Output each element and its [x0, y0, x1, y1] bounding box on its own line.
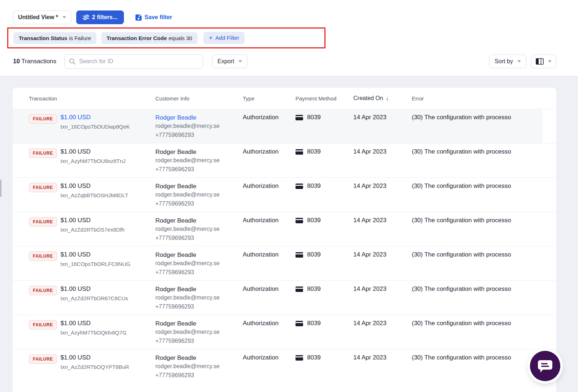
transaction-id: txn_16COpsTbOUDwp8QeK — [61, 124, 130, 130]
customer-cell: Rodger Beadle rodger.beadle@mercy.se +77… — [155, 217, 243, 242]
error-message: (30) The configuration with processo — [412, 148, 556, 155]
transaction-amount-link[interactable]: $1.00 USD — [61, 285, 128, 293]
error-message: (30) The configuration with processo — [412, 114, 556, 121]
customer-name-link[interactable]: Rodger Beadle — [155, 182, 243, 190]
filters-button[interactable]: 2 filters... — [76, 10, 124, 24]
customer-email: rodger.beadle@mercy.se — [155, 156, 243, 165]
table-row[interactable]: FAILURE $1.00 USD txn_AzZd2RTbOS7ex8Dfh … — [13, 212, 556, 246]
save-filter-button[interactable]: Save filter — [135, 14, 172, 21]
table-row[interactable]: FAILURE $1.00 USD txn_AzZd2RTbOR67C8CUs … — [13, 280, 556, 315]
table-row[interactable]: FAILURE $1.00 USD txn_AzyhM7TbOQkfv8Q7G … — [13, 315, 556, 349]
transaction-amount-link[interactable]: $1.00 USD — [61, 148, 126, 155]
chat-widget-button[interactable] — [530, 351, 560, 381]
created-on-value: 14 Apr 2023 — [353, 217, 412, 224]
customer-phone: +77759696293 — [155, 336, 243, 345]
transaction-amount-link[interactable]: $1.00 USD — [61, 354, 129, 361]
add-filter-button[interactable]: + Add Filter — [203, 32, 245, 44]
chevron-down-icon — [517, 60, 521, 63]
filter-chip-error-code[interactable]: Transaction Error Code equals 30 — [101, 32, 198, 44]
created-on-value: 14 Apr 2023 — [353, 354, 412, 361]
customer-cell: Rodger Beadle rodger.beadle@mercy.se +77… — [155, 182, 243, 208]
view-name-label: Untitled View * — [18, 14, 58, 21]
main-content: Transaction Customer Info Type Payment M… — [0, 76, 578, 392]
payment-last-digits: 8039 — [307, 251, 321, 258]
customer-name-link[interactable]: Rodger Beadle — [155, 148, 243, 156]
filter-chip-transaction-status[interactable]: Transaction Status is Failure — [13, 32, 96, 44]
transaction-id: txn_AzZqbBTbOSHJM8DLT — [61, 192, 128, 198]
transaction-id: txn_AzZd2RTbOS7ex8Dfh — [61, 227, 125, 233]
transaction-amount-link[interactable]: $1.00 USD — [61, 182, 128, 190]
table-row[interactable]: FAILURE $1.00 USD txn_AzZqbBTbOSHJM8DLT … — [13, 177, 556, 212]
export-label: Export — [217, 58, 234, 65]
transaction-summary: $1.00 USD txn_16COpsTbORLFC8NUG — [61, 251, 130, 267]
table-row[interactable]: FAILURE $1.00 USD txn_AzyhM7TbOU8oz8TnJ … — [13, 143, 556, 177]
table-row[interactable]: FAILURE $1.00 USD txn_16COpsTbORLFC8NUG … — [13, 246, 556, 280]
column-header-transaction[interactable]: Transaction — [29, 95, 155, 102]
transaction-type: Authorization — [243, 217, 296, 224]
transaction-type: Authorization — [243, 285, 296, 293]
sort-by-button[interactable]: Sort by — [489, 55, 526, 68]
plus-icon: + — [209, 35, 213, 40]
chevron-down-icon — [62, 16, 66, 18]
payment-last-digits: 8039 — [307, 114, 321, 121]
transaction-type: Authorization — [243, 182, 296, 190]
customer-name-link[interactable]: Rodger Beadle — [155, 217, 243, 224]
export-button[interactable]: Export — [212, 55, 247, 68]
error-message: (30) The configuration with processo — [412, 251, 556, 258]
payment-last-digits: 8039 — [307, 148, 321, 155]
transaction-summary: $1.00 USD txn_AzZd2RTbOS7ex8Dfh — [61, 217, 125, 233]
column-settings-button[interactable] — [531, 55, 556, 68]
customer-cell: Rodger Beadle rodger.beadle@mercy.se +77… — [155, 285, 243, 311]
customer-cell: Rodger Beadle rodger.beadle@mercy.se +77… — [155, 320, 243, 345]
transaction-id: txn_AzZd2RTbOQYPT8BuR — [61, 364, 129, 370]
payment-method-cell: 8039 — [296, 251, 353, 258]
table-row[interactable]: FAILURE $1.00 USD txn_AzZd2RTbOQYPT8BuR … — [13, 349, 556, 383]
column-header-type[interactable]: Type — [243, 95, 296, 102]
transaction-cell: FAILURE $1.00 USD txn_AzyhM7TbOQkfv8Q7G — [29, 320, 155, 336]
customer-email: rodger.beadle@mercy.se — [155, 259, 243, 268]
transaction-amount-link[interactable]: $1.00 USD — [61, 320, 127, 327]
column-header-error[interactable]: Error — [412, 95, 556, 102]
customer-name-link[interactable]: Rodger Beadle — [155, 285, 243, 293]
status-badge: FAILURE — [29, 286, 57, 295]
customer-email: rodger.beadle@mercy.se — [155, 121, 243, 130]
status-badge: FAILURE — [29, 251, 57, 261]
customer-cell: Rodger Beadle rodger.beadle@mercy.se +77… — [155, 354, 243, 380]
column-header-customer-info[interactable]: Customer Info — [155, 95, 243, 102]
customer-email: rodger.beadle@mercy.se — [155, 190, 243, 199]
payment-last-digits: 8039 — [307, 285, 321, 293]
columns-icon — [536, 58, 544, 65]
filter-chip-condition: equals 30 — [169, 35, 192, 41]
table-row[interactable]: FAILURE $1.00 USD txn_16COpsTbOUDwp8QeK … — [13, 109, 556, 143]
payment-method-cell: 8039 — [296, 320, 353, 327]
save-filter-label: Save filter — [144, 14, 172, 21]
created-on-value: 14 Apr 2023 — [353, 148, 412, 155]
payment-method-cell: 8039 — [296, 354, 353, 361]
transaction-cell: FAILURE $1.00 USD txn_AzZd2RTbOR67C8CUs — [29, 285, 155, 301]
customer-email: rodger.beadle@mercy.se — [155, 293, 243, 302]
filter-chip-field: Transaction Status — [19, 35, 67, 41]
customer-phone: +77759696293 — [155, 165, 243, 174]
customer-name-link[interactable]: Rodger Beadle — [155, 320, 243, 327]
transaction-type: Authorization — [243, 114, 296, 121]
transaction-summary: $1.00 USD txn_AzZd2RTbOQYPT8BuR — [61, 354, 129, 370]
customer-name-link[interactable]: Rodger Beadle — [155, 251, 243, 259]
transaction-amount-link[interactable]: $1.00 USD — [61, 217, 125, 224]
status-badge: FAILURE — [29, 354, 57, 364]
transaction-cell: FAILURE $1.00 USD txn_AzZd2RTbOS7ex8Dfh — [29, 217, 155, 233]
topbar: Untitled View * 2 filters... Save filter… — [0, 0, 578, 76]
payment-method-cell: 8039 — [296, 114, 353, 121]
column-header-created-on[interactable]: Created On ↓ — [353, 95, 412, 102]
scrollbar-thumb[interactable] — [0, 180, 1, 197]
view-toolbar: Untitled View * 2 filters... Save filter — [13, 10, 556, 25]
column-header-payment-method[interactable]: Payment Method — [296, 95, 353, 102]
customer-name-link[interactable]: Rodger Beadle — [155, 114, 243, 121]
transaction-amount-link[interactable]: $1.00 USD — [61, 114, 130, 121]
customer-name-link[interactable]: Rodger Beadle — [155, 354, 243, 362]
chevron-down-icon — [548, 60, 552, 63]
search-input[interactable] — [64, 54, 203, 69]
view-selector-button[interactable]: Untitled View * — [13, 10, 71, 24]
transaction-amount-link[interactable]: $1.00 USD — [61, 251, 130, 258]
credit-card-icon — [296, 287, 303, 292]
error-message: (30) The configuration with processo — [412, 217, 556, 224]
